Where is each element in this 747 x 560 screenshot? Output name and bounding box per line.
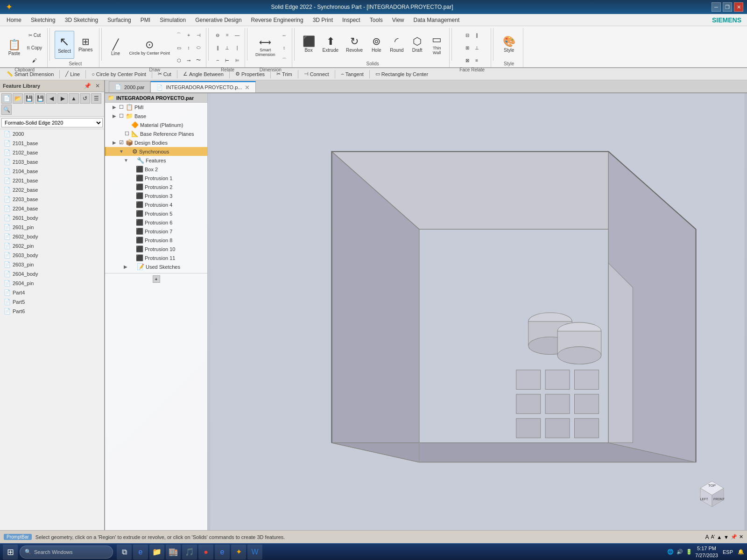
smart-dim-button[interactable]: ⟷ SmartDimension bbox=[252, 34, 279, 62]
menu-simulation[interactable]: Simulation bbox=[155, 15, 190, 25]
tree-node-design-bodies[interactable]: ▶ ☑ 📦 Design Bodies bbox=[105, 138, 207, 147]
cut-tool[interactable]: ✂ Cut bbox=[155, 70, 174, 78]
lib-new-button[interactable]: 📄 bbox=[1, 93, 12, 104]
lib-item-2102_base[interactable]: 📄2102_base bbox=[0, 148, 104, 157]
connect-tool[interactable]: ⊣ Connect bbox=[301, 70, 332, 78]
tab-2000par[interactable]: 📄 2000.par bbox=[109, 81, 150, 92]
taskbar-search[interactable]: 🔍 Search Windows bbox=[20, 546, 113, 559]
lib-save-button[interactable]: 💾 bbox=[24, 93, 34, 104]
lib-item-2104_base[interactable]: 📄2104_base bbox=[0, 167, 104, 176]
tree-node-prot1[interactable]: ⬛ Protrusion 1 bbox=[105, 174, 207, 182]
round-button[interactable]: ◜ Round bbox=[387, 31, 407, 59]
tree-node-prot6[interactable]: ⬛ Protrusion 6 bbox=[105, 218, 207, 227]
face6-button[interactable]: ≡ bbox=[472, 54, 481, 66]
tree-node-used-sketches[interactable]: ▶ 📝 Used Sketches bbox=[105, 262, 207, 271]
dim2-button[interactable]: ↔ bbox=[280, 29, 289, 41]
arc-button[interactable]: ⌒ bbox=[174, 29, 183, 41]
properties-tool[interactable]: ⚙ Properties bbox=[233, 70, 268, 78]
menu-3dprint[interactable]: 3D Print bbox=[308, 15, 338, 25]
lib-item-Part5[interactable]: 📄Part5 bbox=[0, 297, 104, 307]
style-button[interactable]: 🎨 Style bbox=[500, 31, 519, 59]
start-button[interactable]: ⊞ bbox=[3, 545, 18, 560]
lib-item-2604_body[interactable]: 📄2604_body bbox=[0, 269, 104, 279]
face3-button[interactable]: ⊠ bbox=[463, 54, 472, 66]
menu-sketching[interactable]: Sketching bbox=[26, 15, 60, 25]
lib-item-2203_base[interactable]: 📄2203_base bbox=[0, 195, 104, 204]
polygon-button[interactable]: ⬡ bbox=[174, 54, 183, 66]
lib-item-2604_pin[interactable]: 📄2604_pin bbox=[0, 279, 104, 288]
equal-button[interactable]: = bbox=[223, 29, 232, 41]
tangent-tool[interactable]: ⌢ Tangent bbox=[338, 70, 366, 78]
menu-view[interactable]: View bbox=[388, 15, 409, 25]
paste-button[interactable]: 📋 Paste bbox=[5, 34, 24, 62]
tab-integradora[interactable]: 📄 INTEGRADORA PROYECTO.p... ✕ bbox=[150, 81, 256, 92]
lib-refresh-button[interactable]: ↺ bbox=[80, 93, 90, 104]
lib-item-2603_pin[interactable]: 📄2603_pin bbox=[0, 260, 104, 269]
lib-item-2602_pin[interactable]: 📄2602_pin bbox=[0, 241, 104, 251]
lib-item-2101_base[interactable]: 📄2101_base bbox=[0, 139, 104, 148]
tree-node-features[interactable]: ▼ 🔧 Features bbox=[105, 156, 207, 165]
close2-icon[interactable]: ✕ bbox=[739, 534, 743, 540]
spline-button[interactable]: 〜 bbox=[194, 54, 203, 66]
menu-tools[interactable]: Tools bbox=[365, 15, 388, 25]
tree-node-prot11[interactable]: ⬛ Protrusion 11 bbox=[105, 253, 207, 262]
lib-up-button[interactable]: ▲ bbox=[69, 93, 79, 104]
dim3-button[interactable]: ↕ bbox=[280, 42, 289, 54]
arrow-up-icon[interactable]: ▲ bbox=[717, 534, 722, 540]
face2-button[interactable]: ⊞ bbox=[463, 42, 472, 54]
lib-item-2201_base[interactable]: 📄2201_base bbox=[0, 176, 104, 185]
cut-button[interactable]: ✂ Cut bbox=[25, 29, 44, 41]
rect-button[interactable]: ▭ bbox=[174, 42, 183, 54]
menu-inspect[interactable]: Inspect bbox=[338, 15, 365, 25]
media-button[interactable]: 🎵 bbox=[182, 545, 197, 560]
parallel-button[interactable]: ∥ bbox=[213, 42, 222, 54]
project-button[interactable]: ⊸ bbox=[184, 54, 193, 66]
line-button[interactable]: ╱ Line bbox=[106, 34, 125, 62]
select-button[interactable]: ↖ Select bbox=[55, 31, 74, 59]
draft-button[interactable]: ⬡ Draft bbox=[408, 31, 427, 59]
tree-node-pmi[interactable]: ▶ ☐ 📋 PMI bbox=[105, 103, 207, 112]
menu-home[interactable]: Home bbox=[2, 15, 26, 25]
trim-tool[interactable]: ✂ Trim bbox=[274, 70, 295, 78]
planes-button[interactable]: ⊞ Planes bbox=[75, 31, 96, 59]
lib-item-2204_base[interactable]: 📄2204_base bbox=[0, 204, 104, 213]
face1-button[interactable]: ⊟ bbox=[463, 29, 472, 41]
angle-tool[interactable]: ∠ Angle Between bbox=[180, 70, 226, 78]
perp-button[interactable]: ⊥ bbox=[223, 42, 232, 54]
menu-reverse[interactable]: Reverse Engineering bbox=[247, 15, 308, 25]
tree-node-prot7[interactable]: ⬛ Protrusion 7 bbox=[105, 227, 207, 236]
system-clock[interactable]: 5:17 PM 7/27/2023 bbox=[695, 545, 718, 559]
lib-item-2000[interactable]: 📄2000 bbox=[0, 129, 104, 139]
tree-node-material[interactable]: 🔶 Material (Platinum) bbox=[105, 120, 207, 129]
offset-button[interactable]: ↕ bbox=[184, 42, 193, 54]
lib-item-2602_body[interactable]: 📄2602_body bbox=[0, 232, 104, 241]
format-paint-button[interactable]: 🖌 bbox=[25, 54, 44, 66]
extrude-button[interactable]: ⬆ Extrude bbox=[319, 31, 342, 59]
3d-viewport[interactable]: TOP LEFT FRONT bbox=[208, 93, 747, 530]
lib-back-button[interactable]: ◀ bbox=[46, 93, 56, 104]
task-view-button[interactable]: ⧉ bbox=[117, 545, 132, 560]
hole-button[interactable]: ⊚ Hole bbox=[367, 31, 386, 59]
tree-node-prot4[interactable]: ⬛ Protrusion 4 bbox=[105, 200, 207, 209]
viewport[interactable]: 📁 INTEGRADORA PROYECTO.par ▶ ☐ 📋 PMI ▶ ☐… bbox=[105, 93, 747, 530]
thinwall-button[interactable]: ▭ ThinWall bbox=[428, 31, 446, 59]
coincident-button[interactable]: ⊖ bbox=[213, 29, 222, 41]
arrow-down-icon[interactable]: ▼ bbox=[724, 534, 729, 540]
dim4-button[interactable]: ⌒ bbox=[280, 54, 289, 66]
lib-item-2202_base[interactable]: 📄2202_base bbox=[0, 185, 104, 195]
tree-node-prot10[interactable]: ⬛ Protrusion 10 bbox=[105, 245, 207, 253]
tree-node-prot5[interactable]: ⬛ Protrusion 5 bbox=[105, 209, 207, 218]
lib-item-2601_pin[interactable]: 📄2601_pin bbox=[0, 223, 104, 232]
tree-node-base-ref[interactable]: ☐ 📐 Base Reference Planes bbox=[105, 129, 207, 138]
tree-node-synchronous[interactable]: ▼ ⚙ Synchronous bbox=[105, 147, 207, 156]
ie-button[interactable]: e bbox=[215, 545, 230, 560]
face4-button[interactable]: ∥ bbox=[472, 29, 481, 41]
lib-item-Part4[interactable]: 📄Part4 bbox=[0, 288, 104, 297]
point-button[interactable]: + bbox=[184, 29, 193, 41]
minimize-button[interactable]: ─ bbox=[712, 2, 721, 12]
word-button[interactable]: W bbox=[247, 545, 262, 560]
restore-button[interactable]: ❐ bbox=[723, 2, 732, 12]
tree-node-prot8[interactable]: ⬛ Protrusion 8 bbox=[105, 236, 207, 245]
pin-icon[interactable]: 📌 bbox=[83, 82, 92, 90]
circle-button[interactable]: ⊙ Circle by Center Point bbox=[126, 34, 174, 62]
